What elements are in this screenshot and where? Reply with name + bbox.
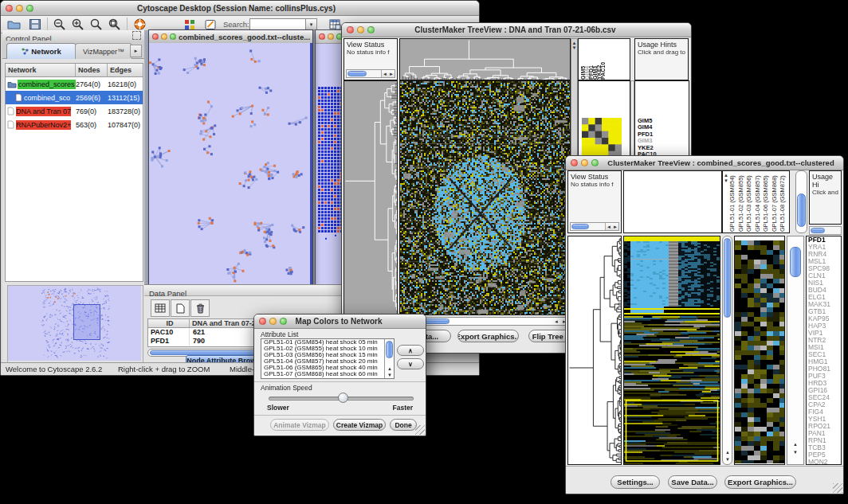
network-row-combined-scores[interactable]: combined_scores 2764(0) 16218(0) bbox=[6, 77, 143, 91]
table-icon bbox=[155, 303, 166, 313]
main-titlebar[interactable]: Cytoscape Desktop (Session Name: collins… bbox=[1, 1, 479, 16]
minimize-icon[interactable] bbox=[357, 26, 364, 33]
treeview1-titlebar[interactable]: ClusterMaker TreeView : DNA and Tran 07-… bbox=[342, 23, 691, 37]
close-icon[interactable] bbox=[259, 318, 266, 325]
tv2-column-labels: ▲ ▼ GPL51-01 (GSM854)GPL51-02 (GSM855)GP… bbox=[722, 170, 790, 233]
done-button[interactable]: Done bbox=[390, 419, 417, 431]
tab-network[interactable]: Network bbox=[6, 43, 77, 59]
tv1-zoom-matrix[interactable] bbox=[582, 118, 622, 158]
document-icon bbox=[7, 120, 14, 129]
zoom-in-button[interactable] bbox=[69, 18, 87, 31]
tv2-usage-hints-panel: Usage Hi Click and bbox=[809, 170, 842, 225]
status-zoom-hint: Right-click + drag to ZOOM bbox=[118, 365, 210, 373]
dialog-titlebar[interactable]: Map Colors to Network bbox=[254, 315, 426, 329]
zoom-window-icon[interactable] bbox=[26, 5, 33, 12]
tv1-export-graphics-button[interactable]: Export Graphics... bbox=[457, 330, 519, 342]
open-session-button[interactable] bbox=[5, 18, 22, 31]
move-down-button[interactable]: ∨ bbox=[397, 358, 424, 369]
tv2-main-vscrollbar[interactable]: ▲ ▼ bbox=[722, 236, 732, 465]
tab-vizmapper[interactable]: VizMapper™ bbox=[75, 43, 132, 59]
network-view-canvas-1[interactable] bbox=[149, 43, 310, 286]
slider-thumb[interactable] bbox=[338, 393, 348, 403]
network-overview-panel[interactable] bbox=[7, 285, 143, 363]
animation-speed-slider[interactable] bbox=[269, 397, 414, 400]
save-session-button[interactable] bbox=[26, 18, 44, 31]
close-icon[interactable] bbox=[571, 159, 578, 166]
minimize-icon[interactable] bbox=[269, 318, 277, 325]
dialog-title: Map Colors to Network bbox=[287, 317, 391, 326]
label-item: GPL51-03 (GSM856) bbox=[745, 174, 754, 232]
close-icon[interactable] bbox=[6, 5, 13, 12]
network-window1-title: combined_scores_good.txt--cluste... bbox=[176, 33, 312, 41]
tv2-column-tree-area[interactable] bbox=[623, 170, 722, 233]
minimize-icon[interactable] bbox=[16, 5, 23, 12]
tv2-zoom-vscrollbar[interactable]: ▲ ▼ bbox=[787, 236, 804, 465]
new-document-icon bbox=[176, 303, 185, 314]
zoom-window-icon[interactable] bbox=[591, 159, 599, 166]
tv1-column-dendrogram[interactable] bbox=[399, 38, 571, 80]
resize-grip[interactable] bbox=[833, 483, 842, 493]
network-row-dna-tran[interactable]: DNA and Tran 07 769(0) 183728(0) bbox=[6, 104, 143, 118]
resize-grip[interactable] bbox=[415, 425, 425, 435]
tv2-view-status-panel: View Status No status info f ◄► bbox=[567, 170, 622, 233]
network-table: Network Nodes Edges combined_scores 2764… bbox=[5, 63, 143, 282]
document-icon bbox=[15, 93, 22, 102]
zoom-window-icon[interactable] bbox=[367, 26, 375, 33]
window-controls bbox=[6, 5, 33, 12]
create-vizmap-button[interactable]: Create Vizmap bbox=[333, 419, 386, 431]
treeview1-title: ClusterMaker TreeView : DNA and Tran 07-… bbox=[375, 25, 656, 34]
zoom-out-button[interactable] bbox=[51, 18, 69, 31]
float-panel-icon[interactable] bbox=[132, 31, 141, 40]
attribute-list-vscrollbar[interactable]: ▲ ▼ bbox=[384, 339, 394, 378]
tv2-usage-scrollbar[interactable] bbox=[809, 226, 842, 235]
treeview2-titlebar[interactable]: ClusterMaker TreeView : combined_scores_… bbox=[566, 156, 843, 170]
minimize-icon[interactable] bbox=[328, 33, 334, 40]
move-up-button[interactable]: ∧ bbox=[397, 345, 424, 356]
network-table-header[interactable]: Network Nodes Edges bbox=[6, 64, 143, 77]
animate-vizmap-button[interactable]: Animate Vizmap bbox=[270, 419, 329, 431]
table-mode-button[interactable] bbox=[151, 299, 170, 317]
attribute-listbox[interactable]: GPL51-01 (GSM854) heat shock 05 minGPL51… bbox=[261, 338, 395, 379]
zoom-window-icon[interactable] bbox=[170, 33, 176, 40]
network-row-rnapuber[interactable]: RNAPuberNov2+ 563(0) 107847(0) bbox=[6, 118, 143, 131]
tv2-row-dendrogram[interactable] bbox=[567, 236, 622, 465]
close-icon[interactable] bbox=[347, 26, 354, 33]
tv2-save-data-button[interactable]: Save Data... bbox=[668, 475, 717, 489]
network-row-combined-sco-selected[interactable]: combined_sco 2569(6) 13112(15) bbox=[6, 91, 143, 104]
tab-overflow-button[interactable]: ► bbox=[130, 45, 142, 57]
search-input[interactable] bbox=[249, 18, 307, 30]
control-panel-tabs: Network VizMapper™ ► bbox=[2, 41, 144, 59]
attribute-list-label: Attribute List bbox=[261, 330, 298, 338]
trash-icon bbox=[196, 303, 205, 314]
delete-attribute-button[interactable] bbox=[190, 299, 210, 317]
search-dropdown-button[interactable]: ▼ bbox=[305, 18, 317, 30]
new-attribute-button[interactable] bbox=[171, 299, 190, 317]
minimize-icon[interactable] bbox=[581, 159, 588, 166]
zoom-selected-button[interactable] bbox=[106, 18, 124, 31]
tv2-settings-button[interactable]: Settings... bbox=[610, 475, 660, 489]
tv1-row-dendrogram[interactable] bbox=[344, 80, 398, 315]
tv2-top-vscrollbar[interactable] bbox=[795, 170, 807, 233]
tv1-status-scrollbar[interactable]: ◄► bbox=[346, 69, 395, 78]
tv2-gene-labels: PFD1YRA1RNR4MSL1SPC98CLN1NIS1BUD4ELG1MAK… bbox=[806, 236, 842, 465]
help-icon[interactable] bbox=[131, 18, 148, 31]
tv1-heatmap[interactable] bbox=[399, 80, 571, 315]
overview-canvas[interactable] bbox=[8, 286, 141, 361]
desktop: Cytoscape Desktop (Session Name: collins… bbox=[0, 0, 848, 504]
close-icon[interactable] bbox=[152, 33, 159, 40]
faster-label: Faster bbox=[392, 404, 413, 412]
folder-icon bbox=[7, 80, 17, 88]
network-window1-titlebar[interactable]: combined_scores_good.txt--cluste... bbox=[149, 30, 312, 44]
label-item[interactable]: GPL51-07 (GSM868) heat shock 60 min bbox=[261, 371, 394, 377]
tv2-zoom-heatmap-panel[interactable] bbox=[734, 236, 785, 465]
tv2-status-scrollbar[interactable]: ◄► bbox=[570, 222, 619, 231]
zoom-window-icon[interactable] bbox=[280, 318, 287, 325]
minimize-icon[interactable] bbox=[161, 33, 167, 40]
tv2-export-graphics-button[interactable]: Export Graphics... bbox=[724, 475, 796, 489]
zoom-fit-button[interactable] bbox=[88, 18, 105, 31]
tv2-heatmap[interactable] bbox=[623, 236, 720, 465]
tv1-view-status-panel: View Status No status info f ◄► bbox=[344, 38, 398, 80]
tv2-bottom-bar: Settings... Save Data... Export Graphics… bbox=[566, 466, 843, 494]
close-icon[interactable] bbox=[319, 33, 325, 40]
label-item: GPL51-08 (GSM872) bbox=[779, 174, 787, 232]
